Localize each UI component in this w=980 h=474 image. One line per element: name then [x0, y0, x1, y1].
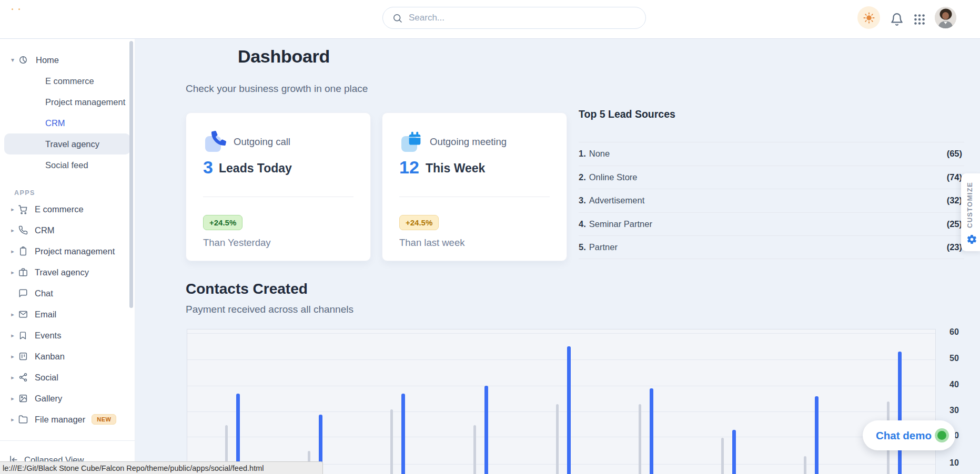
sidebar-group-home[interactable]: ▾ Home — [0, 49, 135, 70]
folder-icon — [18, 415, 28, 425]
cart-icon — [18, 204, 28, 214]
percent-badge: +24.5% — [399, 215, 439, 230]
chat-demo-label: Chat demo — [876, 429, 932, 442]
chevron-right-icon: ▸ — [9, 374, 16, 381]
chart-bar-gray — [390, 409, 393, 474]
card-divider — [203, 197, 353, 197]
top-navbar — [0, 0, 980, 39]
sidebar-app-social[interactable]: ▸ Social — [0, 367, 135, 388]
sidebar-app-project-management[interactable]: ▸ Project management — [0, 241, 135, 262]
sidebar-home-label: Home — [36, 55, 59, 65]
sidebar-item-social-feed[interactable]: Social feed — [0, 154, 135, 176]
sidebar-app-crm[interactable]: ▸ CRM — [0, 220, 135, 241]
lead-source-row: 5.Partner (23) — [579, 235, 964, 259]
outgoing-call-icon — [205, 131, 226, 152]
sidebar-item-project-management[interactable]: Project management — [0, 91, 135, 112]
phone-icon — [18, 225, 28, 235]
stat-card-outgoing-call: Outgoing call 3 Leads Today +24.5% Than … — [186, 112, 371, 261]
apps-section-header: APPS — [14, 189, 135, 197]
stat-card-value-label: This Week — [426, 161, 485, 176]
new-badge: NEW — [92, 414, 116, 425]
chart-bar-gray — [721, 438, 724, 474]
notifications-button[interactable] — [889, 11, 905, 28]
sidebar-item-ecommerce[interactable]: E commerce — [0, 70, 135, 91]
sidebar-item-travel-agency[interactable]: Travel agency — [4, 133, 130, 154]
stat-card-value: 3 — [203, 157, 213, 178]
bookmark-icon — [18, 331, 28, 341]
page-subtitle: Check your business growth in one place — [186, 83, 368, 95]
image-icon — [18, 394, 28, 404]
gridline-40 — [187, 386, 935, 386]
gridline-30 — [187, 411, 935, 412]
percent-badge: +24.5% — [203, 215, 243, 230]
chevron-right-icon: ▸ — [9, 227, 16, 234]
y-axis-tick: 40 — [942, 380, 966, 390]
chart-bar-gray — [804, 456, 806, 474]
chevron-right-icon: ▸ — [9, 206, 16, 213]
lead-sources-title: Top 5 Lead Sources — [579, 108, 964, 120]
chart-bar-blue — [815, 396, 819, 474]
chevron-right-icon: ▸ — [9, 353, 16, 360]
chat-bubble-icon — [18, 288, 28, 298]
share-nodes-icon — [18, 373, 28, 383]
user-avatar[interactable] — [935, 7, 956, 28]
chevron-right-icon: ▸ — [9, 395, 16, 402]
sidebar-app-gallery[interactable]: ▸ Gallery — [0, 388, 135, 409]
top-lead-sources: Top 5 Lead Sources 1.None (65) 2.Online … — [579, 108, 964, 120]
chart-plot — [187, 329, 936, 474]
chart-bar-gray — [639, 404, 641, 474]
card-divider — [399, 197, 550, 197]
chevron-down-icon: ▾ — [9, 56, 16, 64]
page-title: Dashboard — [238, 46, 330, 67]
theme-toggle-button[interactable] — [857, 6, 880, 29]
outgoing-meeting-icon — [401, 131, 422, 152]
chart-bar-blue — [567, 346, 571, 474]
sidebar-app-ecommerce[interactable]: ▸ E commerce — [0, 199, 135, 220]
gridline-50 — [187, 359, 935, 360]
file-manager-label: File manager — [35, 415, 85, 425]
briefcase-icon — [18, 267, 28, 277]
lead-source-row: 4.Seminar Partner (25) — [579, 212, 964, 236]
app-root: ▾ Home E commerce Project management CRM… — [0, 0, 980, 474]
chart-bar-gray — [556, 404, 559, 474]
sidebar-app-kanban[interactable]: ▸ Kanban — [0, 346, 135, 367]
sidebar-item-crm[interactable]: CRM — [0, 112, 135, 133]
stat-card-footnote: Than Yesterday — [203, 237, 271, 249]
sidebar-app-file-manager[interactable]: ▸ File managerNEW — [0, 409, 135, 430]
sidebar: ▾ Home E commerce Project management CRM… — [0, 39, 135, 474]
y-axis-tick: 30 — [942, 406, 966, 416]
sidebar-app-events[interactable]: ▸ Events — [0, 325, 135, 346]
envelope-icon — [18, 310, 28, 320]
chart-bar-blue — [650, 388, 653, 474]
lead-source-count: (65) — [947, 149, 964, 159]
clipboard-icon — [18, 246, 28, 256]
gridline-20 — [187, 437, 935, 437]
status-url-text: le:///E:/Git/Black Stone Cube/Falcon Rep… — [3, 464, 264, 472]
sidebar-app-email[interactable]: ▸ Email — [0, 304, 135, 325]
chart-subtitle: Payment received across all channels — [186, 304, 353, 315]
y-axis-tick: 10 — [942, 458, 966, 469]
chevron-right-icon: ▸ — [9, 248, 16, 255]
stat-card-label: Outgoing meeting — [430, 136, 507, 148]
kanban-board-icon — [18, 352, 28, 362]
sidebar-app-travel-agency[interactable]: ▸ Travel agency — [0, 262, 135, 283]
sidebar-scrollbar[interactable] — [129, 41, 133, 308]
browser-link-status-bar: le:///E:/Git/Black Stone Cube/Falcon Rep… — [0, 461, 323, 474]
chart-bar-blue — [484, 386, 488, 474]
customize-label: CUSTOMIZE — [966, 182, 974, 228]
customize-panel-tab[interactable]: CUSTOMIZE — [961, 173, 980, 251]
search-icon — [392, 13, 402, 23]
stat-card-label: Outgoing call — [234, 136, 290, 148]
chat-demo-button[interactable]: Chat demo — [863, 420, 955, 450]
bell-icon — [890, 12, 904, 27]
online-status-dot — [937, 431, 946, 440]
gear-icon — [966, 234, 977, 245]
y-axis-tick: 60 — [942, 327, 966, 338]
sidebar-app-chat[interactable]: Chat — [0, 283, 135, 304]
search-input[interactable] — [409, 13, 630, 23]
gridline-60 — [187, 333, 935, 334]
nine-dot-grid-icon — [913, 13, 926, 26]
pie-chart-icon — [18, 55, 28, 65]
chevron-right-icon: ▸ — [9, 269, 16, 276]
apps-grid-button[interactable] — [912, 12, 927, 27]
